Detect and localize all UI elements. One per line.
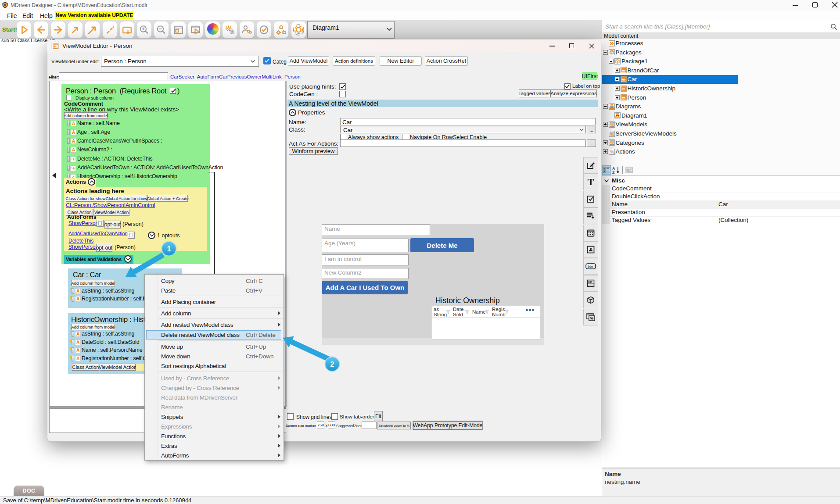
svg-text:2: 2 bbox=[330, 361, 334, 368]
svg-text:1: 1 bbox=[167, 245, 171, 253]
